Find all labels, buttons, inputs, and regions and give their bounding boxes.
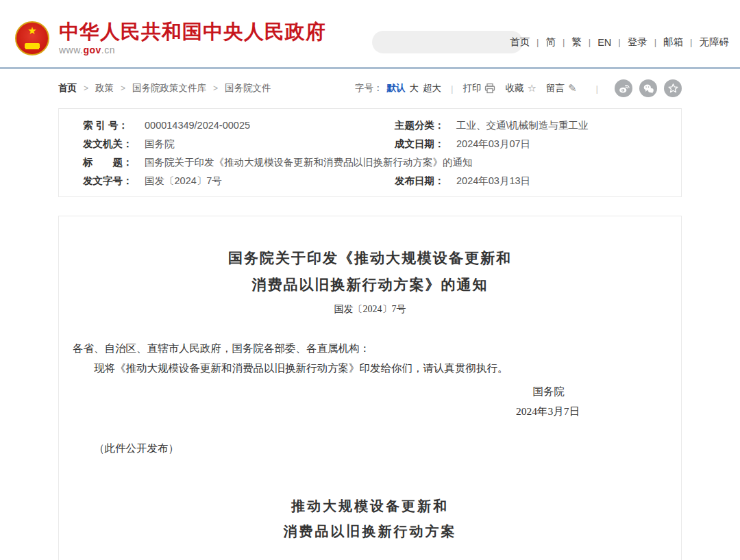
meta-title-value: 国务院关于印发《推动大规模设备更新和消费品以旧换新行动方案》的通知 (145, 153, 473, 172)
site-url-cn: .cn (101, 44, 115, 55)
font-size-large-button[interactable]: 大 (409, 82, 419, 94)
document-title-line2: 消费品以旧换新行动方案》的通知 (73, 272, 667, 298)
breadcrumb-separator: > (121, 84, 125, 93)
font-size-xlarge-button[interactable]: 超大 (423, 82, 441, 94)
nav-separator: | (589, 37, 591, 47)
meta-row: 索 引 号： 000014349/2024-00025 主题分类： 工业、交通\… (59, 116, 681, 135)
search-input[interactable] (372, 37, 513, 48)
breadcrumb: 首页 > 政策 > 国务院政策文件库 > 国务院文件 (58, 82, 271, 94)
nav-separator: | (618, 37, 620, 47)
favorite-label: 收藏 (505, 82, 523, 94)
nav-link-accessibility[interactable]: 无障碍 (698, 36, 731, 49)
nav-link-simplified[interactable]: 简 (544, 36, 557, 49)
printer-icon (484, 83, 495, 94)
sign-date: 2024年3月7日 (73, 401, 667, 421)
pencil-icon: ✎ (568, 82, 577, 94)
comment-label: 留言 (546, 82, 565, 94)
breadcrumb-state-council-docs[interactable]: 国务院文件 (225, 82, 271, 94)
nav-separator: | (563, 37, 565, 47)
nav-link-english[interactable]: EN (596, 37, 613, 48)
national-emblem-icon: ★ (15, 21, 49, 55)
site-logo[interactable]: ★ 中华人民共和国中央人民政府 www.gov.cn (15, 21, 326, 55)
toolbar-divider: | (595, 84, 598, 94)
toolbar-divider: | (451, 84, 454, 94)
star-icon: ☆ (527, 82, 536, 94)
breadcrumb-separator: > (84, 84, 88, 93)
meta-row: 标 题： 国务院关于印发《推动大规模设备更新和消费品以旧换新行动方案》的通知 (59, 153, 681, 172)
breadcrumb-separator: > (213, 84, 218, 93)
meta-topic-label: 主题分类： (395, 116, 456, 135)
meta-row: 发文机关： 国务院 成文日期： 2024年03月07日 (59, 135, 681, 153)
search-box[interactable] (372, 31, 523, 53)
wechat-share-button[interactable] (639, 79, 657, 97)
site-url: www.gov.cn (59, 44, 326, 55)
breadcrumb-policy[interactable]: 政策 (95, 82, 114, 94)
meta-index-label: 索 引 号： (83, 116, 145, 135)
meta-publish-date-label: 发布日期： (395, 172, 456, 190)
plan-title: 推动大规模设备更新和 消费品以旧换新行动方案 (73, 494, 667, 544)
site-title: 中华人民共和国中央人民政府 (59, 21, 326, 42)
share-star-icon (667, 83, 679, 94)
meta-title-label: 标 题： (83, 153, 145, 172)
document-title-line1: 国务院关于印发《推动大规模设备更新和 (73, 245, 667, 272)
nav-separator: | (536, 37, 539, 47)
comment-button[interactable]: 留言 ✎ (546, 82, 577, 94)
site-url-gov: gov (83, 44, 101, 55)
meta-written-date-value: 2024年03月07日 (456, 135, 530, 153)
body-paragraph: 现将《推动大规模设备更新和消费品以旧换新行动方案》印发给你们，请认真贯彻执行。 (73, 358, 667, 378)
plan-title-line1: 推动大规模设备更新和 (73, 494, 667, 519)
breadcrumb-toolbar-row: 首页 > 政策 > 国务院政策文件库 > 国务院文件 字号： 默认 大 超大 |… (58, 80, 682, 97)
more-share-button[interactable] (664, 79, 682, 97)
nav-link-login[interactable]: 登录 (626, 36, 649, 49)
plan-title-line2: 消费品以旧换新行动方案 (73, 519, 667, 544)
meta-written-date-label: 成文日期： (395, 135, 456, 153)
site-header: ★ 中华人民共和国中央人民政府 www.gov.cn 首页 | 简 | 繁 | … (0, 0, 740, 69)
meta-issuer-value: 国务院 (145, 135, 175, 153)
public-release-note: （此件公开发布） (73, 438, 667, 458)
signer: 国务院 (73, 381, 667, 401)
meta-index-value: 000014349/2024-00025 (145, 116, 250, 135)
document-metadata-box: 索 引 号： 000014349/2024-00025 主题分类： 工业、交通\… (58, 108, 682, 197)
meta-issuer-label: 发文机关： (83, 135, 145, 153)
print-label: 打印 (463, 82, 481, 94)
font-size-default-button[interactable]: 默认 (386, 82, 405, 94)
share-buttons (608, 79, 682, 97)
site-url-www: www. (59, 44, 83, 55)
document-number: 国发〔2024〕7号 (73, 303, 667, 316)
emblem-gate-icon (25, 43, 40, 48)
breadcrumb-policy-library[interactable]: 国务院政策文件库 (132, 82, 206, 94)
print-button[interactable]: 打印 (463, 82, 495, 94)
font-size-label: 字号： (355, 82, 383, 94)
meta-doc-no-label: 发文字号： (83, 172, 145, 190)
meta-topic-value: 工业、交通\机械制造与重工业 (456, 116, 589, 135)
document-title: 国务院关于印发《推动大规模设备更新和 消费品以旧换新行动方案》的通知 (73, 245, 667, 298)
page-tools: 字号： 默认 大 超大 | 打印 收藏 ☆ 留言 ✎ | (355, 79, 682, 97)
weibo-share-button[interactable] (615, 79, 632, 97)
wechat-icon (643, 83, 654, 94)
breadcrumb-home[interactable]: 首页 (58, 82, 77, 94)
nav-separator: | (654, 37, 656, 47)
document-body-box: 国务院关于印发《推动大规模设备更新和 消费品以旧换新行动方案》的通知 国发〔20… (58, 216, 682, 560)
nav-link-home[interactable]: 首页 (508, 36, 531, 49)
favorite-button[interactable]: 收藏 ☆ (505, 82, 536, 94)
meta-row: 发文字号： 国发〔2024〕7号 发布日期： 2024年03月13日 (59, 172, 681, 190)
meta-publish-date-value: 2024年03月13日 (456, 172, 530, 190)
nav-link-traditional[interactable]: 繁 (570, 36, 583, 49)
top-nav: 首页 | 简 | 繁 | EN | 登录 | 邮箱 | 无障碍 (508, 36, 730, 49)
nav-separator: | (690, 37, 692, 47)
weibo-icon (618, 83, 630, 94)
emblem-star-icon: ★ (27, 25, 36, 36)
nav-link-mail[interactable]: 邮箱 (662, 36, 684, 49)
meta-doc-no-value: 国发〔2024〕7号 (145, 172, 222, 190)
salutation: 各省、自治区、直辖市人民政府，国务院各部委、各直属机构： (73, 338, 667, 358)
